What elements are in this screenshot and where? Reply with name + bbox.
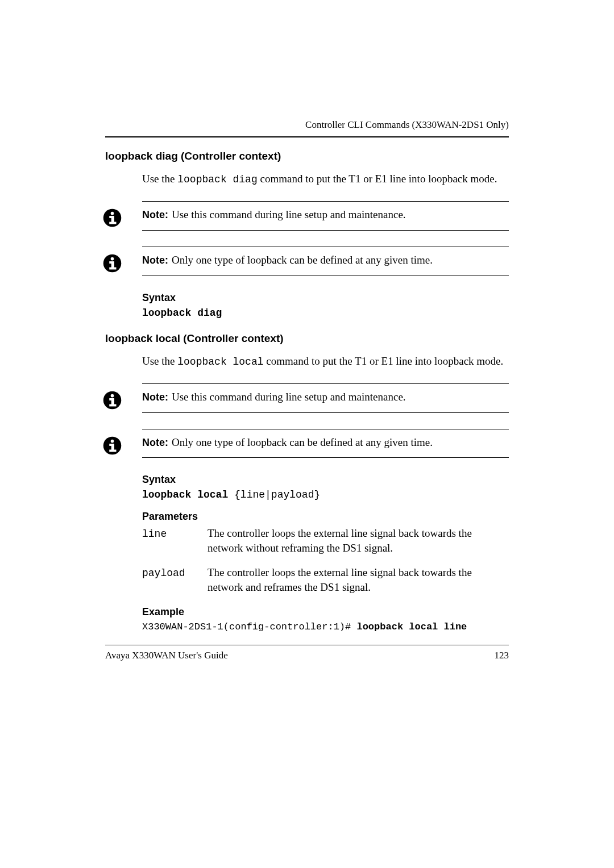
note-rule-top (142, 429, 509, 429)
syntax-args: {line|payload} (228, 489, 320, 500)
footer-left: Avaya X330WAN User's Guide (105, 650, 228, 661)
example-line: X330WAN-2DS1-1(config-controller:1)# loo… (142, 621, 509, 632)
note-label: Note: (142, 437, 168, 448)
note-rule-top (142, 247, 509, 247)
info-icon (102, 253, 122, 273)
note-rule-top (142, 383, 509, 384)
svg-rect-13 (111, 398, 114, 405)
note-block-local-1: Note:Use this command during line setup … (142, 383, 509, 413)
svg-point-11 (111, 394, 114, 398)
note-rule-bottom (142, 412, 509, 413)
info-icon (102, 208, 122, 228)
note-text: Use this command during line setup and m… (172, 391, 406, 403)
info-icon (102, 436, 122, 456)
info-icon (102, 390, 122, 410)
parameters-heading: Parameters (142, 511, 509, 523)
section-title-loopback-local: loopback local (Controller context) (105, 332, 509, 345)
svg-rect-4 (109, 222, 116, 224)
note-rule-bottom (142, 457, 509, 458)
table-row: line The controller loops the external l… (142, 526, 509, 555)
svg-point-6 (111, 257, 114, 261)
param-desc: The controller loops the external line s… (208, 565, 509, 594)
note-rule-bottom (142, 276, 509, 276)
intro-text-b: command to put the T1 or E1 line into lo… (258, 173, 497, 185)
example-prompt: X330WAN-2DS1-1(config-controller:1)# (142, 621, 356, 632)
note-text: Use this command during line setup and m… (172, 208, 406, 220)
svg-rect-3 (111, 216, 114, 223)
intro-cmd: loopback local (177, 356, 263, 368)
note-text: Only one type of loopback can be defined… (172, 436, 433, 448)
intro-text-a: Use the (142, 173, 177, 185)
note-label: Note: (142, 254, 168, 266)
svg-rect-9 (109, 267, 116, 269)
intro-text-a: Use the (142, 355, 177, 367)
svg-rect-8 (111, 261, 114, 268)
page-footer: Avaya X330WAN User's Guide 123 (105, 645, 509, 661)
note-rule-top (142, 201, 509, 202)
param-desc: The controller loops the external line s… (208, 526, 509, 555)
footer-rule (105, 645, 509, 645)
note-block-diag-1: Note:Use this command during line setup … (142, 201, 509, 231)
svg-rect-18 (111, 444, 114, 450)
note-label: Note: (142, 391, 168, 403)
header-rule (105, 136, 509, 137)
table-row: payload The controller loops the externa… (142, 565, 509, 594)
svg-rect-14 (109, 404, 116, 406)
note-text: Only one type of loopback can be defined… (172, 254, 433, 266)
syntax-line: loopback local {line|payload} (142, 489, 509, 500)
page-number: 123 (495, 650, 509, 661)
note-label: Note: (142, 209, 168, 220)
intro-paragraph-diag: Use the loopback diag command to put the… (142, 172, 509, 186)
running-header: Controller CLI Commands (X330WAN-2DS1 On… (105, 0, 509, 136)
parameters-table: line The controller loops the external l… (142, 526, 509, 595)
svg-point-1 (111, 212, 114, 215)
svg-rect-19 (109, 449, 116, 452)
note-block-local-2: Note:Only one type of loopback can be de… (142, 429, 509, 458)
note-block-diag-2: Note:Only one type of loopback can be de… (142, 247, 509, 276)
param-name: payload (142, 565, 208, 594)
example-cmd: loopback local line (356, 621, 467, 632)
intro-paragraph-local: Use the loopback local command to put th… (142, 354, 509, 369)
intro-text-b: command to put the T1 or E1 line into lo… (264, 355, 504, 367)
example-heading: Example (142, 606, 509, 618)
svg-point-16 (111, 439, 114, 443)
syntax-command: loopback diag (142, 307, 222, 319)
syntax-heading: Syntax (142, 292, 509, 304)
intro-cmd: loopback diag (177, 174, 257, 185)
param-name: line (142, 526, 208, 555)
section-title-loopback-diag: loopback diag (Controller context) (105, 150, 509, 162)
syntax-command: loopback local (142, 489, 228, 500)
syntax-heading: Syntax (142, 474, 509, 486)
note-rule-bottom (142, 230, 509, 231)
